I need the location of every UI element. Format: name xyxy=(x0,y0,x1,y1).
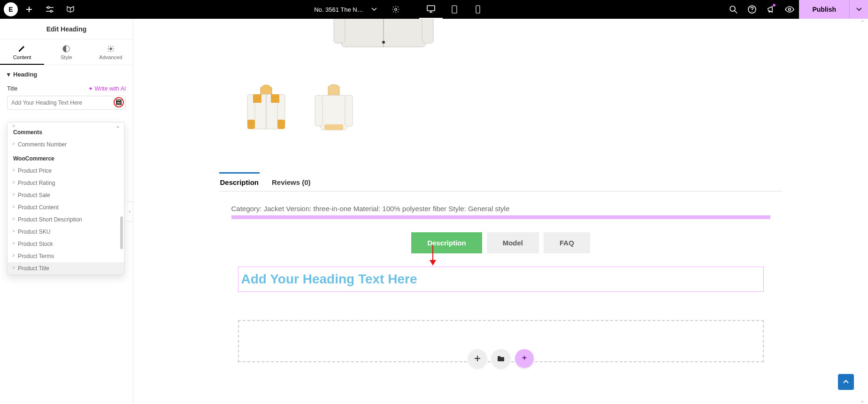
canvas-area: ⌃⌄ xyxy=(133,19,868,404)
group-woocommerce-title: WooCommerce xyxy=(8,151,124,165)
editor-side-panel: Edit Heading Content Style Advanced ▾ He… xyxy=(0,19,133,404)
svg-rect-7 xyxy=(476,6,480,13)
caret-down-icon: ▾ xyxy=(7,71,10,78)
dynamic-item-product-content[interactable]: Product Content xyxy=(8,201,124,213)
dynamic-item-truncated[interactable] xyxy=(8,122,124,124)
svg-rect-30 xyxy=(315,95,323,126)
inline-tab-model[interactable]: Model xyxy=(487,232,539,253)
wc-tab-reviews[interactable]: Reviews (0) xyxy=(271,174,312,191)
jacket-illustration-main xyxy=(323,19,445,61)
heading-widget-text: Add Your Heading Text Here xyxy=(241,272,760,287)
dynamic-tags-button[interactable] xyxy=(114,97,124,107)
svg-point-20 xyxy=(382,41,385,44)
add-widget-button[interactable] xyxy=(468,349,487,368)
svg-rect-17 xyxy=(334,19,345,43)
panel-tab-content-label: Content xyxy=(13,54,31,60)
svg-rect-26 xyxy=(253,94,261,103)
preview-button[interactable] xyxy=(780,0,799,19)
canvas-scrollbar: ⌃⌄ xyxy=(860,20,867,403)
dynamic-item-comments-number[interactable]: Comments Number xyxy=(8,138,124,151)
group-comments-title: Comments xyxy=(8,124,124,138)
scroll-to-top-button[interactable] xyxy=(838,374,854,390)
svg-rect-6 xyxy=(452,6,457,13)
sparkle-icon xyxy=(521,355,528,362)
inline-tab-faq[interactable]: FAQ xyxy=(544,232,590,253)
folder-icon xyxy=(497,355,505,362)
help-button[interactable] xyxy=(743,0,761,19)
device-mobile-button[interactable] xyxy=(466,0,490,19)
svg-point-8 xyxy=(730,6,735,11)
svg-point-15 xyxy=(110,48,112,50)
panel-tab-style-label: Style xyxy=(61,54,72,60)
svg-point-3 xyxy=(50,10,52,12)
elementor-logo[interactable]: E xyxy=(4,2,18,16)
dropdown-scrollbar[interactable] xyxy=(120,216,123,249)
publish-options-button[interactable] xyxy=(849,0,868,19)
dynamic-item-product-sale[interactable]: Product Sale xyxy=(8,189,124,201)
svg-rect-27 xyxy=(271,94,279,103)
dynamic-item-product-short-desc[interactable]: Product Short Description xyxy=(8,213,124,226)
sparkle-icon: ✦ xyxy=(88,85,93,92)
title-field-label: Title xyxy=(7,85,17,92)
section-heading-label: Heading xyxy=(13,71,37,78)
product-main-image xyxy=(285,19,482,61)
svg-rect-32 xyxy=(324,124,343,130)
panel-collapse-button[interactable]: ‹ xyxy=(127,201,133,222)
inline-tab-description[interactable]: Description xyxy=(411,232,482,253)
dynamic-tags-dropdown: ⌃ Comments Comments Number WooCommerce P… xyxy=(7,122,124,275)
page-title-dropdown[interactable]: No. 3561 The No… xyxy=(314,6,377,13)
jacket-back-icon xyxy=(310,82,357,143)
finder-search-button[interactable] xyxy=(724,0,743,19)
section-heading-toggle[interactable]: ▾ Heading xyxy=(0,65,133,82)
add-element-button[interactable] xyxy=(20,0,38,19)
dropdown-collapse-icon[interactable]: ⌃ xyxy=(115,125,120,132)
write-ai-label: Write with AI xyxy=(95,85,126,92)
heading-title-input[interactable] xyxy=(7,96,126,110)
dynamic-item-product-sku[interactable]: Product SKU xyxy=(8,226,124,238)
top-bar: E No. 3561 The No… xyxy=(0,0,868,19)
write-with-ai-button[interactable]: ✦ Write with AI xyxy=(88,85,126,92)
panel-tab-advanced[interactable]: Advanced xyxy=(89,39,133,65)
product-category-text: Category: Jacket Version: three-in-one M… xyxy=(219,205,783,215)
svg-point-2 xyxy=(47,7,49,8)
svg-rect-5 xyxy=(427,6,435,11)
svg-point-10 xyxy=(752,11,753,12)
dynamic-item-product-stock[interactable]: Product Stock xyxy=(8,238,124,250)
selection-highlight-bar xyxy=(231,215,770,219)
svg-rect-31 xyxy=(345,95,353,126)
empty-section-dropzone[interactable] xyxy=(238,320,764,362)
whats-new-button[interactable] xyxy=(761,0,780,19)
add-ai-button[interactable] xyxy=(515,349,534,368)
svg-rect-18 xyxy=(422,19,433,43)
jacket-front-icon xyxy=(243,82,290,143)
dynamic-item-product-title[interactable]: Product Title xyxy=(8,262,124,274)
publish-button[interactable]: Publish xyxy=(799,0,849,19)
page-title-text: No. 3561 The No… xyxy=(314,6,366,13)
chevron-up-icon xyxy=(843,379,849,385)
database-icon xyxy=(116,99,122,105)
device-tablet-button[interactable] xyxy=(443,0,466,19)
device-desktop-button[interactable] xyxy=(419,0,443,19)
product-thumb-2[interactable] xyxy=(306,80,362,145)
chevron-down-icon xyxy=(371,8,377,11)
heading-widget-selected[interactable]: Add Your Heading Text Here xyxy=(238,267,764,292)
structure-button[interactable] xyxy=(61,0,80,19)
svg-point-11 xyxy=(789,8,791,11)
panel-title: Edit Heading xyxy=(0,19,133,39)
svg-rect-25 xyxy=(277,120,285,129)
panel-tab-advanced-label: Advanced xyxy=(99,54,122,60)
panel-tab-content[interactable]: Content xyxy=(0,39,44,65)
dynamic-item-product-terms[interactable]: Product Terms xyxy=(8,250,124,262)
svg-rect-24 xyxy=(247,120,255,129)
site-settings-button[interactable] xyxy=(40,0,59,19)
svg-point-4 xyxy=(395,8,397,11)
wc-tab-description[interactable]: Description xyxy=(219,172,260,191)
plus-icon xyxy=(474,355,481,362)
dynamic-item-product-price[interactable]: Product Price xyxy=(8,165,124,177)
product-thumb-1[interactable] xyxy=(238,80,294,145)
page-settings-button[interactable] xyxy=(386,0,405,19)
dynamic-item-product-rating[interactable]: Product Rating xyxy=(8,177,124,189)
add-template-button[interactable] xyxy=(492,349,510,368)
panel-tab-style[interactable]: Style xyxy=(44,39,88,65)
